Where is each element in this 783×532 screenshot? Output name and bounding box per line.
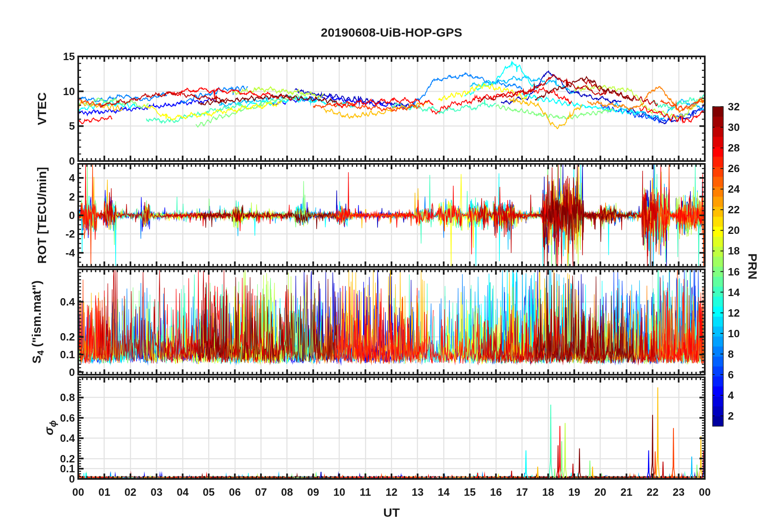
colorbar-tick-label: 18	[728, 245, 740, 257]
colorbar-tick-label: 16	[728, 265, 740, 278]
x-tick-label: 00	[72, 486, 84, 499]
x-tick-label: 11	[360, 486, 371, 499]
gps-ionosphere-figure: 20190608-UiB-HOP-GPS VTEC ROT [TECU/min]…	[0, 0, 783, 532]
xaxis-label: UT	[78, 506, 705, 520]
x-tick-label: 18	[542, 486, 554, 499]
x-tick-label: 15	[464, 486, 476, 499]
colorbar-label: PRN	[746, 253, 760, 279]
y-tick-label-panel2: 0.1	[16, 348, 75, 361]
colorbar-tick-label: 12	[728, 306, 740, 319]
y-tick-label-panel1: 2	[16, 190, 75, 203]
y-tick-label-panel3: 0.6	[16, 411, 75, 424]
x-tick-label: 04	[177, 486, 189, 499]
y-tick-label-panel2: 0.2	[16, 331, 75, 343]
x-tick-label: 19	[568, 486, 580, 499]
x-tick-label: 02	[124, 486, 136, 499]
chart-title: 20190608-UiB-HOP-GPS	[78, 26, 705, 40]
y-tick-label-panel1: -2	[16, 228, 75, 240]
x-tick-label: 05	[203, 486, 215, 499]
x-tick-label: 08	[281, 486, 293, 499]
x-tick-label: 10	[333, 486, 345, 499]
x-tick-label: 16	[490, 486, 502, 499]
y-tick-label-panel0: 15	[16, 50, 75, 63]
x-tick-label: 06	[229, 486, 241, 499]
y-tick-label-panel0: 10	[16, 85, 75, 98]
x-tick-label: 13	[412, 486, 424, 499]
colorbar-tick-label: 4	[728, 389, 734, 401]
colorbar-tick-label: 26	[728, 162, 740, 175]
plot-canvas	[0, 0, 783, 532]
y-tick-label-panel3: 0.8	[16, 391, 75, 404]
colorbar-tick-label: 2	[728, 409, 734, 422]
colorbar-tick-label: 8	[728, 348, 734, 360]
x-tick-label: 14	[438, 486, 450, 499]
x-tick-label: 23	[673, 486, 685, 499]
colorbar-tick-label: 10	[728, 327, 740, 340]
x-tick-label: 00	[699, 486, 711, 499]
y-tick-label-panel1: 0	[16, 209, 75, 222]
colorbar-tick-label: 32	[728, 100, 740, 113]
x-tick-label: 09	[307, 486, 319, 499]
y-tick-label-panel0: 5	[16, 120, 75, 133]
y-tick-label-panel2: 0.4	[16, 295, 75, 308]
y-tick-label-panel3: 0.2	[16, 452, 75, 465]
y-tick-label-panel3: 0.4	[16, 432, 75, 445]
colorbar-tick-label: 30	[728, 121, 740, 134]
colorbar-tick-label: 28	[728, 142, 740, 154]
y-tick-label-panel1: -4	[16, 246, 75, 259]
x-tick-label: 20	[594, 486, 606, 499]
x-tick-label: 22	[647, 486, 659, 499]
x-tick-label: 07	[255, 486, 267, 499]
x-tick-label: 01	[98, 486, 110, 499]
colorbar-tick-label: 6	[728, 368, 734, 381]
x-tick-label: 21	[620, 486, 632, 499]
y-tick-label-panel0: 0	[16, 155, 75, 168]
x-tick-label: 17	[516, 486, 528, 499]
x-tick-label: 12	[386, 486, 398, 499]
y-tick-label-panel1: 4	[16, 172, 75, 184]
colorbar-tick-label: 24	[728, 183, 740, 196]
colorbar-tick-label: 14	[728, 286, 740, 299]
y-tick-label-panel2: 0	[16, 366, 75, 378]
colorbar-tick-label: 20	[728, 224, 740, 237]
colorbar-tick-label: 22	[728, 203, 740, 216]
x-tick-label: 03	[151, 486, 163, 499]
